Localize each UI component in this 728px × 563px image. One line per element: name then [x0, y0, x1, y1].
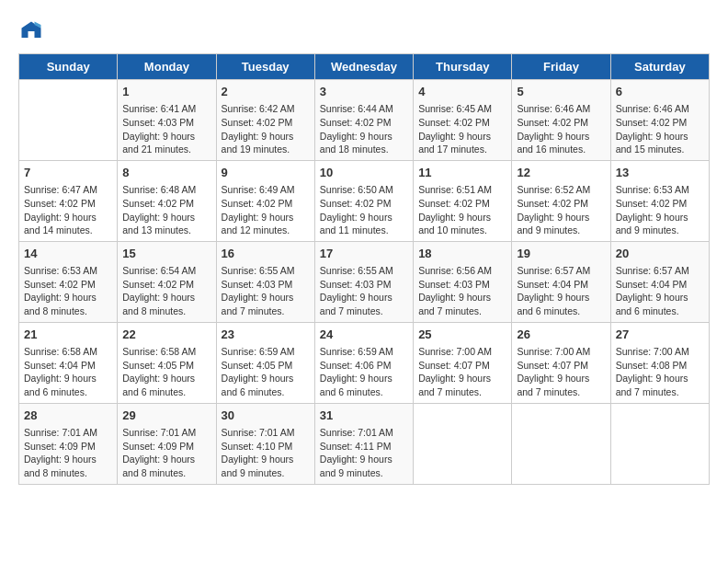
calendar-cell [512, 403, 610, 484]
week-row-1: 1Sunrise: 6:41 AMSunset: 4:03 PMDaylight… [19, 80, 710, 161]
day-number: 6 [616, 84, 704, 100]
day-number: 13 [616, 165, 704, 181]
day-content: Sunrise: 7:00 AMSunset: 4:07 PMDaylight:… [517, 345, 605, 399]
calendar-cell: 6Sunrise: 6:46 AMSunset: 4:02 PMDaylight… [610, 80, 709, 161]
day-content: Sunrise: 6:42 AMSunset: 4:02 PMDaylight:… [222, 102, 310, 156]
calendar-cell: 16Sunrise: 6:55 AMSunset: 4:03 PMDayligh… [216, 241, 314, 322]
day-number: 23 [222, 327, 310, 343]
day-number: 10 [320, 165, 408, 181]
calendar-body: 1Sunrise: 6:41 AMSunset: 4:03 PMDaylight… [19, 80, 710, 485]
day-number: 11 [418, 165, 506, 181]
day-content: Sunrise: 6:55 AMSunset: 4:03 PMDaylight:… [320, 264, 408, 318]
logo [18, 18, 48, 44]
day-content: Sunrise: 7:00 AMSunset: 4:08 PMDaylight:… [616, 345, 704, 399]
calendar-cell [414, 403, 512, 484]
day-number: 14 [24, 246, 112, 262]
day-number: 5 [517, 84, 605, 100]
day-number: 26 [517, 327, 605, 343]
day-content: Sunrise: 6:59 AMSunset: 4:06 PMDaylight:… [320, 345, 408, 399]
day-content: Sunrise: 7:00 AMSunset: 4:07 PMDaylight:… [418, 345, 506, 399]
day-number: 28 [24, 408, 112, 424]
day-content: Sunrise: 6:51 AMSunset: 4:02 PMDaylight:… [418, 183, 506, 237]
day-header-tuesday: Tuesday [216, 54, 314, 80]
day-number: 9 [222, 165, 310, 181]
calendar-cell: 14Sunrise: 6:53 AMSunset: 4:02 PMDayligh… [19, 241, 118, 322]
calendar-cell: 30Sunrise: 7:01 AMSunset: 4:10 PMDayligh… [216, 403, 314, 484]
day-number: 8 [122, 165, 210, 181]
day-content: Sunrise: 6:58 AMSunset: 4:04 PMDaylight:… [24, 345, 112, 399]
day-header-wednesday: Wednesday [314, 54, 413, 80]
calendar-cell: 3Sunrise: 6:44 AMSunset: 4:02 PMDaylight… [314, 80, 413, 161]
day-content: Sunrise: 7:01 AMSunset: 4:10 PMDaylight:… [222, 426, 310, 480]
day-number: 15 [122, 246, 210, 262]
calendar-cell: 22Sunrise: 6:58 AMSunset: 4:05 PMDayligh… [118, 322, 216, 403]
day-number: 12 [517, 165, 605, 181]
week-row-4: 21Sunrise: 6:58 AMSunset: 4:04 PMDayligh… [19, 322, 710, 403]
day-number: 16 [222, 246, 310, 262]
day-header-saturday: Saturday [610, 54, 709, 80]
day-content: Sunrise: 6:41 AMSunset: 4:03 PMDaylight:… [122, 102, 210, 156]
calendar-cell: 23Sunrise: 6:59 AMSunset: 4:05 PMDayligh… [216, 322, 314, 403]
calendar-cell: 21Sunrise: 6:58 AMSunset: 4:04 PMDayligh… [19, 322, 118, 403]
calendar-cell [19, 80, 118, 161]
day-number: 18 [418, 246, 506, 262]
day-content: Sunrise: 7:01 AMSunset: 4:09 PMDaylight:… [122, 426, 210, 480]
day-number: 25 [418, 327, 506, 343]
calendar-cell: 9Sunrise: 6:49 AMSunset: 4:02 PMDaylight… [216, 160, 314, 241]
calendar-cell: 28Sunrise: 7:01 AMSunset: 4:09 PMDayligh… [19, 403, 118, 484]
day-content: Sunrise: 6:57 AMSunset: 4:04 PMDaylight:… [517, 264, 605, 318]
day-number: 7 [24, 165, 112, 181]
logo-icon [18, 18, 44, 44]
day-content: Sunrise: 6:56 AMSunset: 4:03 PMDaylight:… [418, 264, 506, 318]
calendar-cell: 19Sunrise: 6:57 AMSunset: 4:04 PMDayligh… [512, 241, 610, 322]
day-header-thursday: Thursday [414, 54, 512, 80]
day-content: Sunrise: 6:47 AMSunset: 4:02 PMDaylight:… [24, 183, 112, 237]
calendar-cell: 1Sunrise: 6:41 AMSunset: 4:03 PMDaylight… [118, 80, 216, 161]
calendar-cell: 5Sunrise: 6:46 AMSunset: 4:02 PMDaylight… [512, 80, 610, 161]
day-content: Sunrise: 6:46 AMSunset: 4:02 PMDaylight:… [616, 102, 704, 156]
day-content: Sunrise: 6:50 AMSunset: 4:02 PMDaylight:… [320, 183, 408, 237]
calendar-cell: 27Sunrise: 7:00 AMSunset: 4:08 PMDayligh… [610, 322, 709, 403]
day-number: 3 [320, 84, 408, 100]
day-number: 19 [517, 246, 605, 262]
day-number: 20 [616, 246, 704, 262]
calendar-cell: 4Sunrise: 6:45 AMSunset: 4:02 PMDaylight… [414, 80, 512, 161]
calendar-cell: 8Sunrise: 6:48 AMSunset: 4:02 PMDaylight… [118, 160, 216, 241]
day-number: 4 [418, 84, 506, 100]
calendar-cell: 24Sunrise: 6:59 AMSunset: 4:06 PMDayligh… [314, 322, 413, 403]
calendar-table: SundayMondayTuesdayWednesdayThursdayFrid… [18, 53, 710, 485]
day-header-friday: Friday [512, 54, 610, 80]
calendar-cell [610, 403, 709, 484]
day-content: Sunrise: 6:52 AMSunset: 4:02 PMDaylight:… [517, 183, 605, 237]
day-content: Sunrise: 6:49 AMSunset: 4:02 PMDaylight:… [222, 183, 310, 237]
calendar-cell: 13Sunrise: 6:53 AMSunset: 4:02 PMDayligh… [610, 160, 709, 241]
day-content: Sunrise: 7:01 AMSunset: 4:11 PMDaylight:… [320, 426, 408, 480]
day-content: Sunrise: 6:58 AMSunset: 4:05 PMDaylight:… [122, 345, 210, 399]
week-row-3: 14Sunrise: 6:53 AMSunset: 4:02 PMDayligh… [19, 241, 710, 322]
day-content: Sunrise: 6:46 AMSunset: 4:02 PMDaylight:… [517, 102, 605, 156]
calendar-cell: 20Sunrise: 6:57 AMSunset: 4:04 PMDayligh… [610, 241, 709, 322]
day-content: Sunrise: 6:57 AMSunset: 4:04 PMDaylight:… [616, 264, 704, 318]
day-content: Sunrise: 6:45 AMSunset: 4:02 PMDaylight:… [418, 102, 506, 156]
day-content: Sunrise: 6:59 AMSunset: 4:05 PMDaylight:… [222, 345, 310, 399]
day-content: Sunrise: 6:55 AMSunset: 4:03 PMDaylight:… [222, 264, 310, 318]
calendar-cell: 25Sunrise: 7:00 AMSunset: 4:07 PMDayligh… [414, 322, 512, 403]
calendar-cell: 15Sunrise: 6:54 AMSunset: 4:02 PMDayligh… [118, 241, 216, 322]
day-number: 21 [24, 327, 112, 343]
calendar-cell: 17Sunrise: 6:55 AMSunset: 4:03 PMDayligh… [314, 241, 413, 322]
day-header-sunday: Sunday [19, 54, 118, 80]
day-number: 27 [616, 327, 704, 343]
day-content: Sunrise: 6:53 AMSunset: 4:02 PMDaylight:… [24, 264, 112, 318]
day-content: Sunrise: 6:53 AMSunset: 4:02 PMDaylight:… [616, 183, 704, 237]
day-header-monday: Monday [118, 54, 216, 80]
day-number: 31 [320, 408, 408, 424]
day-content: Sunrise: 6:48 AMSunset: 4:02 PMDaylight:… [122, 183, 210, 237]
day-number: 22 [122, 327, 210, 343]
calendar-cell: 31Sunrise: 7:01 AMSunset: 4:11 PMDayligh… [314, 403, 413, 484]
week-row-2: 7Sunrise: 6:47 AMSunset: 4:02 PMDaylight… [19, 160, 710, 241]
day-content: Sunrise: 6:54 AMSunset: 4:02 PMDaylight:… [122, 264, 210, 318]
day-number: 29 [122, 408, 210, 424]
calendar-header: SundayMondayTuesdayWednesdayThursdayFrid… [19, 54, 710, 80]
day-number: 24 [320, 327, 408, 343]
day-content: Sunrise: 6:44 AMSunset: 4:02 PMDaylight:… [320, 102, 408, 156]
